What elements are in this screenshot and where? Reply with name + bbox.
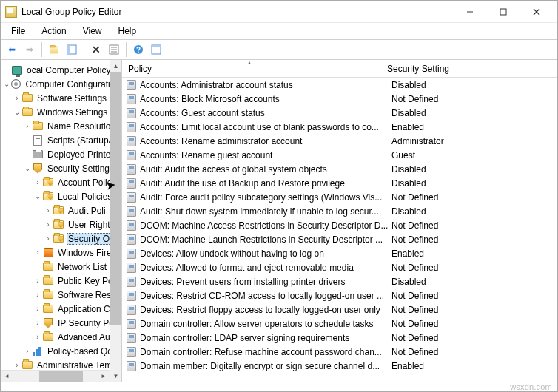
tree-node[interactable]: ›Security O xyxy=(1,232,121,246)
tree-vertical-scrollbar[interactable]: ▲ ▼ xyxy=(110,60,121,382)
minimize-button[interactable] xyxy=(453,1,486,22)
tree-expand-icon[interactable]: › xyxy=(33,249,42,257)
maximize-button[interactable] xyxy=(486,1,520,22)
policy-row[interactable]: DCOM: Machine Access Restrictions in Sec… xyxy=(122,218,557,232)
up-one-level-button[interactable] xyxy=(46,41,62,58)
column-header-security-setting[interactable]: Security Setting xyxy=(381,60,557,77)
tree-expand-icon[interactable]: › xyxy=(13,94,21,102)
tree-expand-icon[interactable]: › xyxy=(23,122,32,130)
policy-row[interactable]: Audit: Audit the access of global system… xyxy=(122,162,557,176)
tree-node[interactable]: ›User Right xyxy=(1,217,121,232)
tree-node[interactable]: Deployed Printer xyxy=(1,147,121,161)
delete-button[interactable]: ✕ xyxy=(88,41,104,58)
policy-value: Not Defined xyxy=(391,192,557,203)
policy-icon xyxy=(125,93,137,105)
tree-expand-icon[interactable]: › xyxy=(44,234,53,243)
policy-row[interactable]: Domain controller: LDAP server signing r… xyxy=(122,331,557,345)
tree-expand-icon[interactable]: ⌄ xyxy=(2,80,10,88)
tree-node[interactable]: ›Windows Fire xyxy=(1,246,121,260)
policy-row[interactable]: Accounts: Block Microsoft accountsNot De… xyxy=(122,92,557,106)
policy-row[interactable]: Devices: Restrict floppy access to local… xyxy=(122,303,557,317)
policy-icon xyxy=(125,234,137,246)
show-hide-console-tree-button[interactable] xyxy=(64,41,80,58)
policy-name: Domain controller: Allow server operator… xyxy=(140,319,391,329)
tree-node[interactable]: ›IP Security Pc xyxy=(1,316,121,330)
policy-value: Disabled xyxy=(391,80,557,90)
policy-row[interactable]: Audit: Force audit policy subcategory se… xyxy=(122,190,557,204)
tree-node[interactable]: Scripts (Startup/S xyxy=(1,133,121,147)
tree-node[interactable]: ›Public Key Po xyxy=(1,274,121,288)
tree-expand-icon[interactable]: › xyxy=(44,206,53,214)
close-button[interactable] xyxy=(520,1,553,22)
tree-expand-icon[interactable]: › xyxy=(23,347,32,355)
policy-icon xyxy=(125,163,137,175)
menu-action[interactable]: Action xyxy=(34,24,73,38)
tree-expand-icon[interactable]: › xyxy=(33,178,42,186)
policy-row[interactable]: Domain controller: Allow server operator… xyxy=(122,317,557,331)
tree-node[interactable]: ›Audit Poli xyxy=(1,203,121,217)
tree-node-label: Account Polici xyxy=(58,178,113,188)
policy-row[interactable]: Accounts: Limit local account use of bla… xyxy=(122,120,557,134)
properties-button[interactable] xyxy=(148,41,164,58)
column-header-policy[interactable]: Policy xyxy=(122,60,381,77)
tree-node[interactable]: ⌄Security Settings xyxy=(1,161,121,175)
tree-expand-icon[interactable]: › xyxy=(33,277,42,285)
tree-node[interactable]: ›Software Rest xyxy=(1,288,121,302)
back-button[interactable]: ⬅ xyxy=(4,41,20,58)
tree-expand-icon[interactable]: › xyxy=(13,361,21,369)
tree-node[interactable]: ⌄Windows Settings xyxy=(1,105,121,119)
scroll-thumb[interactable] xyxy=(110,72,121,325)
tree-expand-icon[interactable]: › xyxy=(33,305,42,313)
policy-value: Not Defined xyxy=(391,220,557,231)
export-list-button[interactable] xyxy=(106,41,122,58)
tree-expand-icon[interactable]: › xyxy=(33,291,42,299)
back-icon: ⬅ xyxy=(8,44,16,55)
tree-node[interactable]: ocal Computer Policy xyxy=(1,63,121,77)
tree-node[interactable]: ›Account Polici xyxy=(1,175,121,189)
policy-row[interactable]: Domain member: Digitally encrypt or sign… xyxy=(122,359,557,373)
policy-row[interactable]: Accounts: Rename administrator accountAd… xyxy=(122,134,557,148)
tree-node-label: Security Settings xyxy=(47,163,114,174)
column-header-label: Security Setting xyxy=(387,64,449,74)
tree-node[interactable]: ›Advanced Au xyxy=(1,330,121,344)
tree-expand-icon[interactable]: › xyxy=(44,220,53,229)
menu-help[interactable]: Help xyxy=(111,24,144,38)
tree-expand-icon[interactable]: ⌄ xyxy=(13,108,21,116)
tree-node[interactable]: ›Application C xyxy=(1,302,121,316)
tree-node-label: Software Settings xyxy=(37,93,107,104)
tree-node[interactable]: Network List xyxy=(1,260,121,274)
tree-node-label: Software Rest xyxy=(58,290,113,300)
policy-row[interactable]: Devices: Restrict CD-ROM access to local… xyxy=(122,288,557,303)
policy-row[interactable]: Domain controller: Refuse machine accoun… xyxy=(122,345,557,359)
policy-row[interactable]: Accounts: Rename guest accountGuest xyxy=(122,148,557,162)
policy-row[interactable]: Devices: Prevent users from installing p… xyxy=(122,274,557,288)
tree-node[interactable]: ›Name Resolution xyxy=(1,119,121,133)
forward-button[interactable]: ➡ xyxy=(21,41,38,58)
tree-expand-icon[interactable]: › xyxy=(33,333,42,341)
tree-expand-icon[interactable]: › xyxy=(33,319,42,327)
policy-row[interactable]: DCOM: Machine Launch Restrictions in Sec… xyxy=(122,232,557,246)
tree-node[interactable]: ›Policy-based QoS xyxy=(1,344,121,358)
policy-row[interactable]: Devices: Allow undock without having to … xyxy=(122,246,557,260)
policy-name: Domain controller: LDAP server signing r… xyxy=(140,333,391,343)
tree-horizontal-scrollbar[interactable]: ◄ ► xyxy=(1,370,110,382)
tree-expand-icon[interactable]: ⌄ xyxy=(33,192,42,200)
policy-icon xyxy=(125,346,137,358)
policy-row[interactable]: Accounts: Guest account statusDisabled xyxy=(122,106,557,120)
shield-f-icon xyxy=(53,233,64,245)
policy-row[interactable]: Audit: Shut down system immediately if u… xyxy=(122,204,557,218)
tree-node[interactable]: ⌄Local Policies xyxy=(1,189,121,203)
policy-row[interactable]: Accounts: Administrator account statusDi… xyxy=(122,78,557,92)
menu-file[interactable]: File xyxy=(4,24,33,38)
menu-view[interactable]: View xyxy=(75,24,110,38)
tree-expand-icon[interactable]: ⌄ xyxy=(23,164,32,172)
folder-icon xyxy=(21,107,33,118)
help-button[interactable]: ? xyxy=(130,41,147,58)
policy-row[interactable]: Audit: Audit the use of Backup and Resto… xyxy=(122,176,557,190)
tree-node[interactable]: ⌄Computer Configuration xyxy=(1,77,121,91)
policy-value: Disabled xyxy=(391,164,557,175)
scroll-thumb[interactable] xyxy=(39,371,83,382)
policy-row[interactable]: Devices: Allowed to format and eject rem… xyxy=(122,260,557,274)
tree-node[interactable]: ›Software Settings xyxy=(1,91,121,105)
policy-value: Enabled xyxy=(391,122,557,132)
